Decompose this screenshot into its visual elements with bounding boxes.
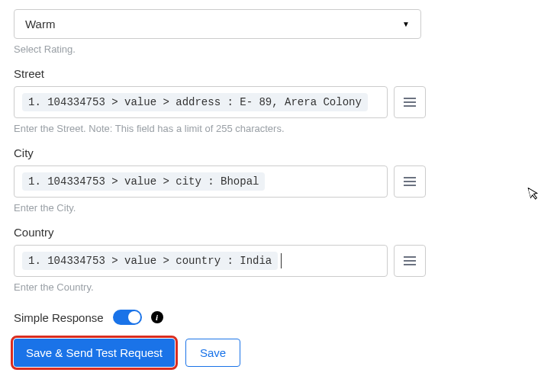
simple-response-label: Simple Response <box>14 311 104 324</box>
hamburger-icon <box>404 98 416 107</box>
caret-down-icon: ▼ <box>402 20 410 28</box>
street-menu-button[interactable] <box>394 86 426 118</box>
text-cursor <box>281 253 282 268</box>
simple-response-toggle[interactable] <box>113 310 142 325</box>
street-input[interactable]: 1. 104334753 > value > address : E- 89, … <box>14 86 388 118</box>
city-label: City <box>14 146 540 159</box>
street-label: Street <box>14 67 540 80</box>
country-menu-button[interactable] <box>394 245 426 277</box>
rating-helper: Select Rating. <box>14 43 540 55</box>
street-tag: 1. 104334753 > value > address : E- 89, … <box>22 93 368 111</box>
country-helper: Enter the Country. <box>14 281 540 293</box>
street-helper: Enter the Street. Note: This field has a… <box>14 123 540 134</box>
save-send-test-button[interactable]: Save & Send Test Request <box>14 339 175 367</box>
rating-select[interactable]: Warm ▼ <box>14 9 421 39</box>
info-icon[interactable]: i <box>151 311 163 323</box>
city-menu-button[interactable] <box>394 165 426 198</box>
city-input[interactable]: 1. 104334753 > value > city : Bhopal <box>14 165 388 198</box>
city-helper: Enter the City. <box>14 202 540 214</box>
save-button[interactable]: Save <box>185 339 240 367</box>
country-tag: 1. 104334753 > value > country : India <box>22 252 278 270</box>
country-input[interactable]: 1. 104334753 > value > country : India <box>14 245 388 277</box>
hamburger-icon <box>404 256 416 265</box>
toggle-knob <box>128 311 140 323</box>
hamburger-icon <box>404 177 416 186</box>
country-label: Country <box>14 226 540 239</box>
city-tag: 1. 104334753 > value > city : Bhopal <box>22 172 265 191</box>
rating-value: Warm <box>25 18 55 31</box>
